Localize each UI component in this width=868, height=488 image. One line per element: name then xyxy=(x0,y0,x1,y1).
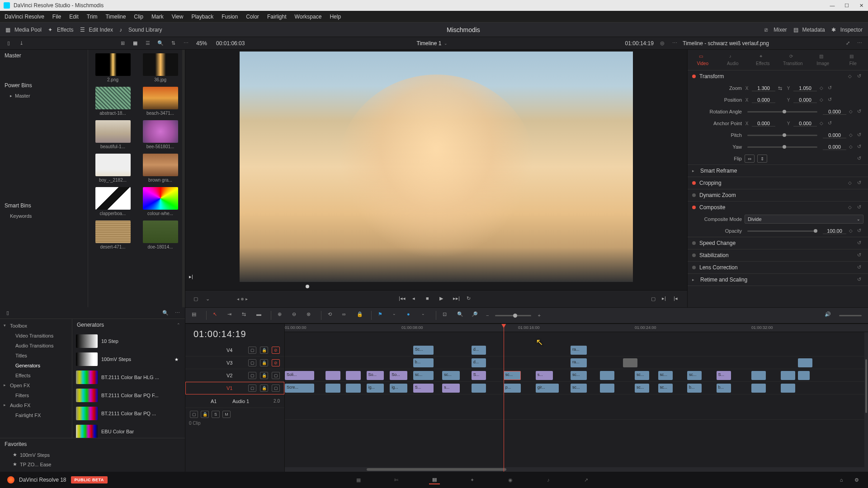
stabilization-header[interactable]: Stabilization↺ xyxy=(688,249,868,261)
lock-button[interactable]: 🔒 xyxy=(260,347,268,354)
reset-icon[interactable]: ↺ xyxy=(857,73,863,80)
clip-thumbnail[interactable] xyxy=(95,53,131,76)
expand-icon[interactable]: ⤢ xyxy=(844,39,852,47)
media-pool-toggle[interactable]: ▦Media Pool xyxy=(5,27,42,33)
clip-thumbnail[interactable] xyxy=(95,221,131,243)
timeline-clip[interactable] xyxy=(600,384,614,393)
favorite-item[interactable]: ★TP ZO... Ease xyxy=(5,460,180,469)
menu-fusion[interactable]: Fusion xyxy=(222,14,238,20)
trim-tool-icon[interactable]: ⇥ xyxy=(227,311,236,319)
timeline-clip[interactable]: s... xyxy=(442,384,460,393)
mute-button[interactable]: M xyxy=(222,411,231,418)
keyframe-icon[interactable]: ◇ xyxy=(849,144,854,150)
rotation-field[interactable]: 0.000 xyxy=(823,109,846,115)
zoom-x-field[interactable]: 1.300 xyxy=(752,85,775,91)
timeline-clip[interactable]: So... xyxy=(367,371,384,380)
clip-thumbnail[interactable] xyxy=(143,120,178,143)
viewer-zoom[interactable]: 45% xyxy=(196,40,207,47)
power-bins-master[interactable]: ▸Master xyxy=(0,91,88,100)
timeline-clip[interactable]: S... xyxy=(413,384,434,393)
keyframe-icon[interactable]: ◇ xyxy=(820,121,825,126)
menu-mark[interactable]: Mark xyxy=(151,14,164,20)
inspector-tab-transition[interactable]: ⟳Transition xyxy=(778,50,808,70)
insert-mode-icon[interactable]: ▢ xyxy=(192,295,200,303)
sound-library-toggle[interactable]: ♪Sound Library xyxy=(119,27,162,33)
enable-button[interactable]: ▢ xyxy=(272,372,280,379)
timeline-tracks[interactable]: 01:00:00:0001:00:08:0001:00:16:0001:00:2… xyxy=(285,324,868,472)
lock-button[interactable]: 🔒 xyxy=(201,411,209,418)
overwrite-clip-icon[interactable]: ⊖ xyxy=(292,311,300,319)
timeline-clip[interactable] xyxy=(346,384,360,393)
timeline-clip[interactable]: sc... xyxy=(442,371,460,380)
media-clip[interactable]: colour-whe... xyxy=(139,187,181,216)
timeline-clip[interactable]: So... xyxy=(390,371,407,380)
stop-icon[interactable]: ■ xyxy=(426,296,433,303)
keyframe-icon[interactable]: ◇ xyxy=(849,228,854,234)
viewer-scrubber[interactable] xyxy=(185,286,687,290)
clip-thumbnail[interactable] xyxy=(95,87,131,109)
fusion-page-icon[interactable]: ✦ xyxy=(467,475,478,484)
auto-select-button[interactable]: ▢ xyxy=(248,372,256,379)
reset-icon[interactable]: ↺ xyxy=(857,240,863,246)
smart-bins-header[interactable]: Smart Bins xyxy=(0,200,88,211)
pitch-slider[interactable] xyxy=(747,135,817,136)
timeline-clip[interactable] xyxy=(472,384,486,393)
step-back-icon[interactable]: ◂ xyxy=(412,296,420,303)
timeline-clip[interactable] xyxy=(326,384,340,393)
loop-icon[interactable]: ↻ xyxy=(467,296,474,303)
collapse-icon[interactable]: ⌃ xyxy=(177,323,180,327)
anchor-y-field[interactable]: 0.000 xyxy=(793,121,817,127)
rotation-slider[interactable] xyxy=(747,111,817,113)
generator-item[interactable]: BT.2111 Color Bar PQ F... xyxy=(74,387,183,404)
zoom-slider[interactable] xyxy=(495,315,531,316)
transform-header[interactable]: Transform ◇ ↺ xyxy=(688,70,868,82)
media-clip[interactable]: doe-18014... xyxy=(139,221,181,249)
metadata-toggle[interactable]: ▤Metadata xyxy=(793,27,825,33)
timeline-clip[interactable]: sc... xyxy=(687,371,702,380)
v4-header[interactable]: V4 ▢ 🔒 ⊘ xyxy=(185,344,284,357)
timeline-clip[interactable]: s... xyxy=(536,371,553,380)
lock-button[interactable]: 🔒 xyxy=(260,385,268,392)
timeline-clip[interactable]: sc... xyxy=(635,371,649,380)
reset-icon[interactable]: ↺ xyxy=(857,132,863,138)
timeline-clip[interactable]: S... xyxy=(717,371,731,380)
timeline-clip[interactable]: ig... xyxy=(390,384,407,393)
lock-button[interactable]: 🔒 xyxy=(260,359,268,366)
keyframe-icon[interactable]: ◇ xyxy=(820,85,825,91)
composite-mode-select[interactable]: Divide⌄ xyxy=(745,215,863,224)
replace-clip-icon[interactable]: ⊗ xyxy=(307,311,315,319)
media-clip[interactable]: abstract-18... xyxy=(92,87,134,116)
timeline-clip[interactable]: Sc... xyxy=(413,346,434,355)
titles-node[interactable]: Titles xyxy=(0,351,72,361)
timeline-clip[interactable] xyxy=(798,371,810,380)
generator-item[interactable]: BT.2111 Color Bar HLG ... xyxy=(74,369,183,386)
timeline-clip[interactable]: sc... xyxy=(413,371,434,380)
master-bin[interactable]: Master xyxy=(0,50,88,61)
blade-tool-icon[interactable]: ▬ xyxy=(256,311,264,319)
media-clip[interactable]: beautiful-1... xyxy=(92,120,134,149)
inspector-toggle[interactable]: ✱Inspector xyxy=(831,27,863,33)
timeline-clip[interactable]: d... xyxy=(472,358,486,367)
play-icon[interactable]: ▶ xyxy=(439,296,447,303)
marker-icon[interactable]: ● xyxy=(407,311,415,319)
inspector-options-icon[interactable]: ⋯ xyxy=(855,39,863,47)
timeline-name[interactable]: Timeline 1 xyxy=(417,40,442,47)
keyframe-icon[interactable]: ◇ xyxy=(849,132,854,138)
monitor-volume-icon[interactable]: 🔊 xyxy=(825,311,833,319)
enable-dot[interactable] xyxy=(692,181,696,185)
filters-node[interactable]: Filters xyxy=(0,390,72,400)
reset-icon[interactable]: ↺ xyxy=(857,264,863,271)
timeline-clip[interactable] xyxy=(346,371,360,380)
timeline-clip[interactable] xyxy=(781,384,795,393)
flag-icon[interactable]: ⚑ xyxy=(378,311,386,319)
clip-thumbnail[interactable] xyxy=(143,53,178,76)
keyframe-icon[interactable]: ◇ xyxy=(848,180,854,186)
media-clip[interactable]: boy_-_2182... xyxy=(92,154,134,183)
enable-dot[interactable] xyxy=(692,266,696,269)
options-icon[interactable]: ⋯ xyxy=(182,39,190,47)
audiofx-node[interactable]: Audio FX xyxy=(0,400,72,410)
composite-header[interactable]: Composite◇↺ xyxy=(688,202,868,213)
media-clip[interactable]: clapperboa... xyxy=(92,187,134,216)
menu-color[interactable]: Color xyxy=(246,14,259,20)
bypass-grades-icon[interactable]: ◎ xyxy=(658,39,666,47)
